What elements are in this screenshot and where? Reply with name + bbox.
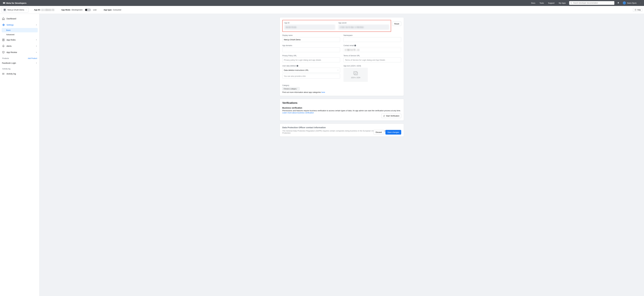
app-id-field[interactable] (284, 25, 335, 30)
shield-icon (2, 51, 5, 54)
app-domains-field[interactable] (282, 47, 340, 52)
info-icon[interactable]: i (354, 45, 356, 46)
bell-icon (2, 45, 5, 48)
app-mode-meta: App Mode: Development Live (61, 9, 96, 11)
nav-docs[interactable]: Docs (531, 2, 536, 4)
gear-icon (2, 24, 5, 26)
app-id-label: App ID (284, 22, 335, 24)
app-icon-label: App icon (1024 x 1024) (344, 65, 401, 67)
search-icon (570, 2, 572, 4)
namespace-label: Namespace (344, 34, 401, 36)
dpo-card: Data Protection Officer contact informat… (280, 124, 404, 137)
brand[interactable]: Meta for Developers (3, 2, 26, 4)
start-verification-button[interactable]: Start Verification (381, 114, 401, 118)
app-id-meta: App ID: xx x x8xx/xx. 8x (34, 9, 54, 11)
tos-field[interactable] (344, 58, 401, 62)
svg-point-3 (2, 73, 3, 73)
verif-desc: Permissions and features require busines… (282, 110, 401, 112)
sidebar-settings-advanced[interactable]: Advanced (6, 32, 40, 37)
svg-rect-6 (354, 71, 357, 74)
svg-point-5 (2, 74, 3, 75)
app-icon-uploader[interactable]: 1024 x 1024 (344, 68, 368, 82)
chevron-down-icon (36, 45, 38, 47)
display-name-label: Display name (282, 34, 340, 36)
privacy-label: Privacy Policy URL (282, 55, 340, 57)
sidebar-settings[interactable]: Settings (0, 22, 40, 28)
footer-actions: Discard Save changes (374, 130, 401, 135)
house-icon (2, 17, 5, 20)
chevron-down-icon (36, 39, 38, 41)
nav-myapps[interactable]: My Apps (559, 2, 566, 4)
sidebar-app-roles[interactable]: App Roles (0, 37, 40, 43)
nav-tools[interactable]: Tools (540, 2, 544, 4)
avatar (623, 2, 626, 5)
app-type-meta: App type: Consumer (104, 9, 121, 11)
image-plus-icon (353, 71, 358, 76)
svg-rect-7 (354, 72, 358, 75)
help-button[interactable]: Help (633, 8, 642, 12)
basic-settings-card: App ID App secret Reset Displa (280, 17, 404, 96)
user-name: Dario Djuric (627, 2, 637, 4)
app-domains-label: App domains (282, 45, 340, 47)
credentials-highlight: App ID App secret (282, 20, 391, 32)
reset-button[interactable]: Reset (392, 22, 401, 26)
app-selector[interactable]: Next.js OAuth Demo (2, 7, 28, 13)
meta-icon (3, 2, 5, 4)
app-secret-label: App secret (338, 22, 389, 24)
verif-subtitle: Business verification (282, 107, 401, 109)
privacy-field[interactable] (282, 58, 340, 62)
search-wrap[interactable] (569, 1, 614, 5)
roles-icon (2, 39, 5, 41)
nav-support[interactable]: Support (548, 2, 554, 4)
verif-title: Verifications (282, 102, 401, 104)
sidebar-dashboard[interactable]: Dashboard (0, 16, 40, 22)
sidebar-products-label: Products Add Product (0, 55, 40, 60)
category-help: Find out more information about app cate… (282, 91, 401, 93)
namespace-field[interactable] (344, 37, 401, 42)
gear-icon (4, 9, 6, 11)
contact-email-field[interactable] (344, 47, 401, 52)
chevron-down-icon (36, 51, 38, 53)
info-icon[interactable]: i (296, 65, 298, 67)
caret-down-icon (297, 88, 298, 89)
discard-button[interactable]: Discard (374, 130, 384, 135)
display-name-field[interactable] (282, 37, 340, 42)
brand-text: Meta for Developers (6, 2, 26, 4)
help-icon (634, 9, 636, 11)
top-nav: Meta for Developers Docs Tools Support M… (0, 0, 644, 6)
save-button[interactable]: Save changes (386, 130, 401, 135)
main: App ID App secret Reset Displa (40, 14, 644, 296)
sidebar-activity-log[interactable]: Activity log (0, 71, 40, 77)
add-product-link[interactable]: Add Product (28, 57, 37, 59)
external-icon (383, 115, 385, 117)
sidebar-app-review[interactable]: App Review (0, 49, 40, 55)
sidebar-settings-sub: Basic Advanced (0, 28, 40, 37)
verifications-card: Verifications Business verification Perm… (280, 99, 404, 121)
user-menu[interactable]: Dario Djuric (623, 2, 641, 5)
sidebar-settings-basic[interactable]: Basic (2, 28, 38, 32)
svg-point-2 (3, 39, 4, 40)
app-secret-field[interactable] (338, 25, 389, 30)
tos-label: Terms of Service URL (344, 55, 401, 57)
udd-link-field[interactable] (282, 74, 340, 79)
bell-icon[interactable] (617, 2, 620, 4)
chevron-down-icon (36, 62, 38, 64)
app-meta: App ID: xx x x8xx/xx. 8x App Mode: Devel… (34, 9, 122, 11)
udd-select[interactable]: Data deletion instructions URL (282, 68, 340, 73)
sidebar-activity-label: Activity log (0, 66, 40, 71)
app-selector-name: Next.js OAuth Demo (8, 9, 24, 11)
category-row: Category Choose a category Find out more… (282, 84, 401, 93)
category-here-link[interactable]: here (322, 91, 325, 93)
search-input[interactable] (573, 2, 613, 4)
sidebar-facebook-login[interactable]: Facebook Login (0, 60, 40, 66)
sidebar: Dashboard Settings Basic Advanced App Ro… (0, 14, 40, 296)
mode-toggle[interactable] (85, 9, 91, 11)
sidebar-alerts[interactable]: Alerts (0, 43, 40, 49)
svg-point-4 (2, 74, 3, 74)
chevron-up-icon (36, 24, 38, 26)
udd-label: User data deletion i (282, 65, 340, 67)
category-select[interactable]: Choose a category (282, 87, 300, 90)
contact-email-label: Contact email i (344, 45, 401, 47)
verif-learn-more-link[interactable]: Learn more about business verification (282, 112, 314, 114)
app-id-value: xx x x8xx/xx. 8x (42, 9, 54, 11)
